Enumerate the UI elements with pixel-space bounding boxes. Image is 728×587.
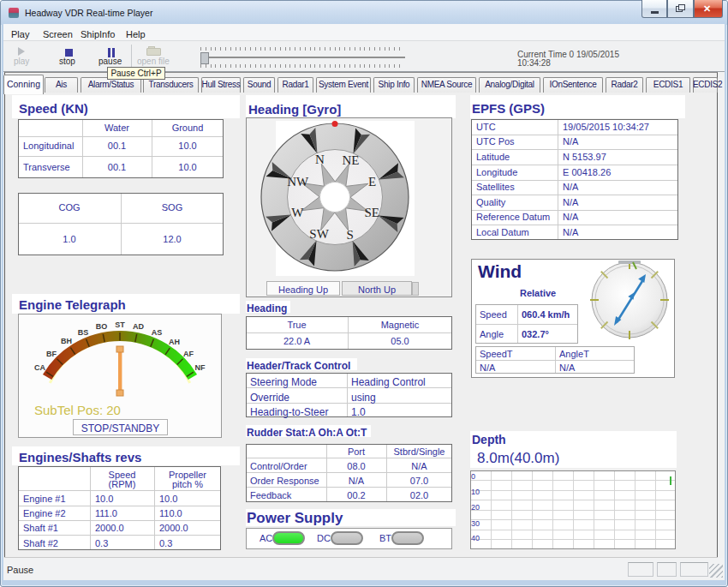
svg-text:S: S [346,228,353,242]
svg-text:CA: CA [34,363,45,372]
svg-text:SE: SE [365,206,380,219]
svg-text:AS: AS [152,328,163,337]
svg-text:SW: SW [309,227,329,241]
svg-text:AH: AH [169,338,180,346]
svg-text:NE: NE [342,153,359,167]
svg-text:ST: ST [115,320,125,329]
svg-text:E: E [368,175,376,189]
svg-text:BF: BF [46,350,57,358]
svg-text:BO: BO [96,322,108,331]
svg-text:NF: NF [194,363,205,372]
svg-text:BS: BS [78,328,89,337]
svg-text:AD: AD [133,322,144,331]
svg-text:W: W [291,206,304,219]
svg-text:AF: AF [183,350,194,358]
svg-text:BH: BH [61,337,72,345]
svg-text:NW: NW [287,175,309,189]
svg-text:N: N [315,153,325,166]
